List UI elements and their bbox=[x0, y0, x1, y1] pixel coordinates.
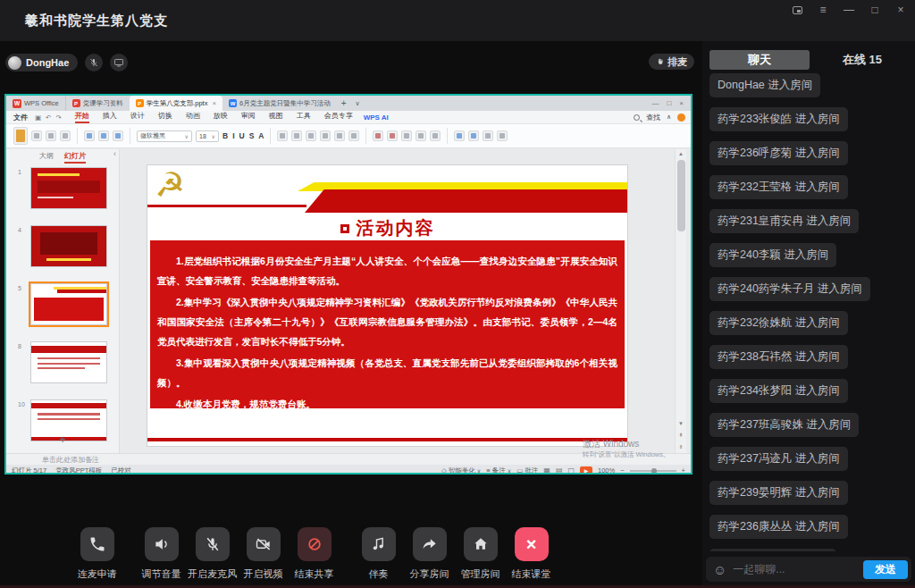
collapse-ribbon-icon[interactable]: ∧ bbox=[667, 113, 671, 121]
ribbon-button[interactable] bbox=[31, 130, 42, 141]
phone-icon[interactable] bbox=[80, 527, 114, 561]
ribbon-button[interactable] bbox=[277, 130, 288, 141]
scrollbar-thumb[interactable] bbox=[677, 160, 685, 231]
vertical-scrollbar[interactable]: ▲ ▼ ⇞ ⇟ bbox=[675, 149, 686, 453]
minimize-icon[interactable]: — bbox=[842, 4, 856, 16]
next-slide-icon[interactable]: ⇟ bbox=[676, 443, 686, 449]
ribbon-button[interactable] bbox=[84, 130, 95, 141]
close-icon[interactable]: × bbox=[515, 527, 549, 561]
ribbon-tab-8[interactable]: 工具 bbox=[297, 111, 311, 123]
style-S[interactable]: S bbox=[249, 131, 255, 140]
ribbon-button[interactable] bbox=[483, 130, 493, 141]
toolbar-item-cam-off[interactable]: 开启视频 bbox=[238, 527, 289, 581]
ribbon-tab-5[interactable]: 放映 bbox=[214, 111, 228, 123]
toolbar-item-home[interactable]: 管理房间 bbox=[455, 527, 506, 581]
ribbon-tab-1[interactable]: 插入 bbox=[103, 111, 117, 123]
presenter-mic-muted-icon[interactable] bbox=[85, 54, 103, 71]
slide-thumbnail[interactable] bbox=[30, 225, 107, 267]
scroll-up-icon[interactable]: ▲ bbox=[676, 151, 686, 156]
wps-close-icon[interactable]: × bbox=[679, 99, 684, 107]
chat-input-bar[interactable]: ☺ 一起聊聊... 发送 bbox=[706, 557, 911, 582]
ribbon-button[interactable] bbox=[306, 130, 316, 141]
ribbon-button[interactable] bbox=[320, 130, 331, 141]
tab-list-chevron-icon[interactable]: ∨ bbox=[351, 96, 365, 111]
menu-file[interactable]: 文件 bbox=[6, 113, 35, 122]
presenter-pill[interactable]: DongHae bbox=[5, 54, 78, 71]
close-icon[interactable]: × bbox=[894, 4, 908, 16]
zoom-out-icon[interactable]: − bbox=[620, 466, 624, 475]
share-icon[interactable] bbox=[413, 527, 447, 561]
redo-icon[interactable]: ↷ bbox=[55, 113, 61, 122]
find-label[interactable]: 查找 bbox=[646, 113, 660, 122]
normal-view-icon[interactable]: ▦ bbox=[543, 466, 550, 475]
comments-button[interactable]: ▭ 批注 bbox=[516, 466, 538, 475]
wps-doc-tab[interactable]: P党课学习资料 bbox=[66, 96, 130, 111]
ribbon-button[interactable] bbox=[98, 130, 109, 141]
tab-outline[interactable]: 大纲 bbox=[39, 151, 54, 164]
home-icon[interactable] bbox=[464, 527, 498, 561]
raise-hand-queue-button[interactable]: 排麦 bbox=[649, 54, 694, 70]
ribbon-button[interactable] bbox=[291, 130, 302, 141]
tab-online[interactable]: 在线 15 bbox=[810, 50, 915, 70]
wps-home-tab[interactable]: W WPS Office bbox=[6, 96, 66, 111]
undo-icon[interactable]: ↶ bbox=[46, 113, 51, 122]
tab-close-icon[interactable]: × bbox=[212, 99, 216, 107]
ribbon-button[interactable] bbox=[13, 127, 28, 145]
volume-icon[interactable] bbox=[145, 527, 179, 561]
slide-thumbnail[interactable] bbox=[30, 283, 107, 325]
panel-collapse-icon[interactable]: ‹ bbox=[113, 149, 116, 158]
beautify-button[interactable]: ◇ 智能美化 ∨ bbox=[441, 466, 481, 475]
font-name-select[interactable]: 微软雅黑∨ bbox=[137, 130, 192, 142]
wps-account-avatar[interactable] bbox=[677, 113, 685, 122]
send-button[interactable]: 发送 bbox=[863, 560, 908, 579]
notes-button[interactable]: ≡ 备注 ∨ bbox=[486, 466, 511, 475]
ribbon-button[interactable] bbox=[468, 130, 479, 141]
wps-minimize-icon[interactable]: — bbox=[651, 99, 659, 107]
add-slide-button[interactable]: + bbox=[6, 433, 119, 446]
mic-off-icon[interactable] bbox=[196, 527, 230, 561]
wps-doc-tab[interactable]: P学生第八党支部.pptx× bbox=[130, 96, 222, 111]
search-icon[interactable] bbox=[634, 114, 640, 121]
save-icon[interactable]: ▣ bbox=[35, 113, 41, 122]
maximize-icon[interactable]: □ bbox=[868, 4, 882, 16]
chat-input-placeholder[interactable]: 一起聊聊... bbox=[733, 562, 863, 577]
ribbon-button[interactable] bbox=[348, 130, 359, 141]
ribbon-button[interactable] bbox=[497, 130, 508, 141]
toolbar-item-stop-share[interactable]: 结束共享 bbox=[289, 527, 340, 581]
ribbon-button[interactable] bbox=[430, 130, 441, 141]
ribbon-tab-6[interactable]: 审阅 bbox=[241, 111, 256, 123]
tab-slides[interactable]: 幻灯片 bbox=[64, 151, 86, 164]
style-U[interactable]: U bbox=[239, 131, 245, 140]
wps-maximize-icon[interactable]: □ bbox=[667, 99, 671, 107]
read-view-icon[interactable]: ▢ bbox=[567, 466, 575, 475]
style-B[interactable]: B bbox=[222, 131, 228, 140]
ribbon-button[interactable] bbox=[60, 130, 71, 141]
ribbon-tab-0[interactable]: 开始 bbox=[75, 111, 89, 123]
ribbon-button[interactable] bbox=[373, 130, 383, 141]
zoom-slider[interactable] bbox=[630, 470, 676, 472]
slide-thumbnail[interactable] bbox=[30, 167, 107, 209]
toolbar-item-music[interactable]: 伴奏 bbox=[353, 527, 404, 581]
ribbon-tab-4[interactable]: 动画 bbox=[186, 111, 200, 123]
previous-slide-icon[interactable]: ⇞ bbox=[676, 432, 686, 438]
font-style-buttons[interactable]: BIUSA bbox=[222, 131, 264, 140]
ribbon-button[interactable] bbox=[46, 130, 56, 141]
tab-chat[interactable]: 聊天 bbox=[709, 50, 810, 70]
scroll-down-icon[interactable]: ▼ bbox=[676, 421, 686, 426]
ribbon-button[interactable] bbox=[387, 130, 398, 141]
ribbon-button[interactable] bbox=[113, 130, 123, 141]
style-I[interactable]: I bbox=[232, 131, 234, 140]
presenter-screen-icon[interactable] bbox=[110, 54, 128, 71]
ribbon-tab-2[interactable]: 设计 bbox=[130, 111, 145, 123]
toolbar-item-volume[interactable]: 调节音量 bbox=[136, 527, 187, 581]
ribbon-button[interactable] bbox=[416, 130, 426, 141]
ribbon-button[interactable] bbox=[401, 130, 412, 141]
stop-share-icon[interactable] bbox=[298, 527, 332, 561]
new-tab-button[interactable]: + bbox=[337, 96, 351, 111]
cam-off-icon[interactable] bbox=[247, 527, 281, 561]
wps-doc-tab[interactable]: W6月党主题党日暨集中学习活动 bbox=[222, 96, 337, 111]
ribbon-button[interactable] bbox=[454, 130, 465, 141]
ribbon-tab-7[interactable]: 视图 bbox=[269, 111, 283, 123]
toolbar-item-share[interactable]: 分享房间 bbox=[404, 527, 455, 581]
play-slideshow-button[interactable]: ▶ bbox=[580, 466, 592, 475]
